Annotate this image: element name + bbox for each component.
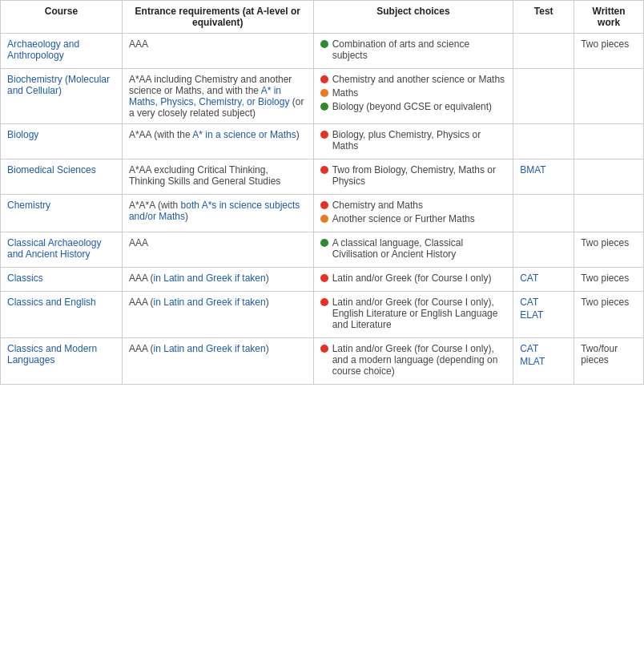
green-dot-icon [320,239,328,247]
header-test: Test [513,1,574,34]
table-row: Classics and Modern LanguagesAAA (in Lat… [1,338,644,385]
subject-item: Latin and/or Greek (for Course I only), … [320,343,507,377]
test-cell: BMAT [513,159,574,195]
course-link[interactable]: Biology [7,129,38,140]
test-cell [513,69,574,124]
table-row: Classical Archaeology and Ancient Histor… [1,232,644,268]
test-cell [513,34,574,69]
table-row: BiologyA*AA (with the A* in a science or… [1,124,644,159]
entrance-requirements: AAA [122,232,313,268]
entrance-requirements: A*AA (with the A* in a science or Maths) [122,124,313,159]
test-cell [513,195,574,232]
subject-text: A classical language, Classical Civilisa… [332,237,507,260]
written-work [574,159,644,195]
subject-item: Latin and/or Greek (for Course I only), … [320,297,507,330]
written-work [574,69,644,124]
course-link[interactable]: Archaeology and Anthropology [7,38,79,61]
subject-text: Maths [332,87,359,99]
test-cell: CATMLAT [513,338,574,385]
table-row: Classics and EnglishAAA (in Latin and Gr… [1,292,644,338]
course-link[interactable]: Chemistry [7,200,50,211]
subject-choices: Chemistry and another science or MathsMa… [313,69,513,124]
green-dot-icon [320,40,328,48]
subject-choices: Latin and/or Greek (for Course I only), … [313,338,513,385]
written-work: Two pieces [574,292,644,338]
course-link[interactable]: Classical Archaeology and Ancient Histor… [7,237,101,260]
test-cell [513,124,574,159]
header-written: Written work [574,1,644,34]
subject-choices: Latin and/or Greek (for Course I only), … [313,292,513,338]
subject-choices: A classical language, Classical Civilisa… [313,232,513,268]
test-link[interactable]: BMAT [520,164,567,176]
subject-text: Two from Biology, Chemistry, Maths or Ph… [332,164,507,187]
red-dot-icon [320,75,328,83]
subject-item: Two from Biology, Chemistry, Maths or Ph… [320,164,507,187]
red-dot-icon [320,166,328,174]
entrance-requirements: A*AA including Chemistry and another sci… [122,69,313,124]
subject-item: Biology, plus Chemistry, Physics or Math… [320,129,507,151]
subject-item: Chemistry and another science or Maths [320,74,507,85]
test-cell [513,232,574,268]
red-dot-icon [320,201,328,209]
red-dot-icon [320,274,328,282]
subject-text: Biology (beyond GCSE or equivalent) [332,101,492,112]
subject-text: Combination of arts and science subjects [332,38,507,61]
test-cell: CAT [513,268,574,292]
written-work [574,124,644,159]
subject-text: Latin and/or Greek (for Course I only) [332,272,492,284]
subject-choices: Two from Biology, Chemistry, Maths or Ph… [313,159,513,195]
entrance-requirements: A*AA excluding Critical Thinking, Thinki… [122,159,313,195]
subject-text: Another science or Further Maths [332,213,475,224]
test-cell: CATELAT [513,292,574,338]
entrance-requirements: A*A*A (with both A*s in science subjects… [122,195,313,232]
subject-item: Latin and/or Greek (for Course I only) [320,272,507,284]
red-dot-icon [320,131,328,139]
table-row: ClassicsAAA (in Latin and Greek if taken… [1,268,644,292]
subject-text: Latin and/or Greek (for Course I only), … [332,343,507,377]
table-row: Biomedical SciencesA*AA excluding Critic… [1,159,644,195]
test-link[interactable]: CAT [520,343,567,354]
header-entrance: Entrance requirements (at A-level or equ… [122,1,313,34]
subject-text: Chemistry and another science or Maths [332,74,505,85]
subject-item: Biology (beyond GCSE or equivalent) [320,101,507,112]
written-work: Two pieces [574,34,644,69]
test-link[interactable]: CAT [520,297,567,308]
table-row: Archaeology and AnthropologyAAACombinati… [1,34,644,69]
green-dot-icon [320,103,328,111]
red-dot-icon [320,345,328,353]
written-work: Two pieces [574,232,644,268]
entrance-requirements: AAA (in Latin and Greek if taken) [122,268,313,292]
orange-dot-icon [320,89,328,97]
course-link[interactable]: Classics [7,272,43,284]
entrance-requirements: AAA (in Latin and Greek if taken) [122,292,313,338]
header-subject: Subject choices [313,1,513,34]
subject-text: Chemistry and Maths [332,200,423,211]
table-row: Biochemistry (Molecular and Cellular)A*A… [1,69,644,124]
test-link[interactable]: ELAT [520,309,567,321]
subject-choices: Combination of arts and science subjects [313,34,513,69]
course-link[interactable]: Biochemistry (Molecular and Cellular) [7,74,110,96]
entrance-requirements: AAA [122,34,313,69]
subject-choices: Latin and/or Greek (for Course I only) [313,268,513,292]
entrance-requirements: AAA (in Latin and Greek if taken) [122,338,313,385]
subject-text: Latin and/or Greek (for Course I only), … [332,297,507,330]
header-course: Course [1,1,123,34]
subject-choices: Biology, plus Chemistry, Physics or Math… [313,124,513,159]
written-work [574,195,644,232]
test-link[interactable]: CAT [520,272,567,284]
course-link[interactable]: Biomedical Sciences [7,164,96,176]
subject-item: Another science or Further Maths [320,213,507,224]
subject-item: Maths [320,87,507,99]
subject-choices: Chemistry and MathsAnother science or Fu… [313,195,513,232]
course-link[interactable]: Classics and English [7,297,96,308]
written-work: Two/four pieces [574,338,644,385]
test-link[interactable]: MLAT [520,356,567,367]
subject-item: A classical language, Classical Civilisa… [320,237,507,260]
course-link[interactable]: Classics and Modern Languages [7,343,97,365]
subject-text: Biology, plus Chemistry, Physics or Math… [332,129,507,151]
table-row: ChemistryA*A*A (with both A*s in science… [1,195,644,232]
red-dot-icon [320,298,328,306]
written-work: Two pieces [574,268,644,292]
subject-item: Chemistry and Maths [320,200,507,211]
subject-item: Combination of arts and science subjects [320,38,507,61]
